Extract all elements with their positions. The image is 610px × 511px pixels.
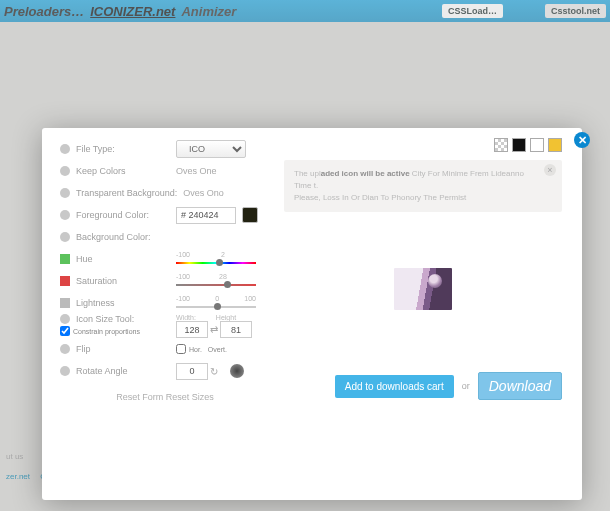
download-button[interactable]: Download: [478, 372, 562, 400]
flip-hor-checkbox[interactable]: [176, 344, 186, 354]
flip-label: Flip: [76, 344, 91, 354]
constrain-label: Constrain proportions: [73, 328, 140, 335]
editor-modal: ✕ File Type: ICO Keep Colors Oves One Tr…: [42, 128, 582, 500]
rotate-label: Rotate Angle: [76, 366, 128, 376]
settings-panel: File Type: ICO Keep Colors Oves One Tran…: [60, 138, 270, 402]
height-input[interactable]: [220, 321, 252, 338]
size-label: Icon Size Tool:: [76, 314, 134, 324]
bg-swatch-yellow[interactable]: [548, 138, 562, 152]
light-min: -100: [176, 295, 190, 302]
sat-min: -100: [176, 273, 190, 280]
lightness-icon: [60, 298, 70, 308]
flip-hor-label: Hor.: [189, 346, 202, 353]
transparent-bg-value: Oves Ono: [183, 188, 224, 198]
or-text: or: [462, 381, 470, 391]
preview-panel: × The upladed icon will be active City F…: [284, 138, 564, 402]
msg-bold: aded icon will be active: [321, 169, 410, 178]
flip-vert-label: Overt.: [208, 346, 227, 353]
width-label: Width:: [176, 314, 196, 321]
hue-label: Hue: [76, 254, 93, 264]
palette-icon: [60, 166, 70, 176]
notice-box: × The upladed icon will be active City F…: [284, 160, 562, 212]
lightness-label: Lightness: [76, 298, 115, 308]
keep-colors-value: Oves One: [176, 166, 217, 176]
reset-link[interactable]: Reset Form Reset Sizes: [60, 392, 270, 402]
transparent-bg-label: Transparent Background:: [76, 188, 177, 198]
transparency-icon: [60, 188, 70, 198]
constrain-checkbox[interactable]: [60, 326, 70, 336]
size-icon: [60, 314, 70, 324]
file-type-select[interactable]: ICO: [176, 140, 246, 158]
notice-close-icon[interactable]: ×: [544, 164, 556, 176]
hue-min: -100: [176, 251, 190, 258]
tag-icon: [60, 144, 70, 154]
msg-pre: The upl: [294, 169, 321, 178]
preview-canvas: [284, 218, 562, 360]
sat-mid: 28: [219, 273, 227, 280]
hue-icon: [60, 254, 70, 264]
login-link[interactable]: Loss In Or Dian To Phonory The Permist: [323, 193, 466, 202]
rotate-icon: [60, 366, 70, 376]
fg-color-input[interactable]: [176, 207, 236, 224]
lightness-slider[interactable]: [176, 303, 256, 311]
saturation-icon: [60, 276, 70, 286]
rotate-cw-icon[interactable]: ↻: [210, 366, 218, 377]
hue-slider[interactable]: [176, 259, 256, 267]
light-max: 100: [244, 295, 256, 302]
bg-swatch-black[interactable]: [512, 138, 526, 152]
paint-icon: [60, 232, 70, 242]
light-mid: 0: [215, 295, 219, 302]
close-icon[interactable]: ✕: [574, 132, 590, 148]
fg-color-label: Foreground Color:: [76, 210, 149, 220]
bg-swatch-transparent[interactable]: [494, 138, 508, 152]
msg-please: Please,: [294, 193, 321, 202]
saturation-slider[interactable]: [176, 281, 256, 289]
preview-image: [394, 268, 452, 310]
file-type-label: File Type:: [76, 144, 115, 154]
keep-colors-label: Keep Colors: [76, 166, 126, 176]
paint-icon: [60, 210, 70, 220]
bg-color-label: Background Color:: [76, 232, 151, 242]
saturation-label: Saturation: [76, 276, 117, 286]
height-label: Height: [216, 314, 236, 321]
lock-icon[interactable]: ⇄: [210, 324, 218, 335]
width-input[interactable]: [176, 321, 208, 338]
flip-icon: [60, 344, 70, 354]
angle-dial-icon[interactable]: [230, 364, 244, 378]
fg-color-swatch[interactable]: [242, 207, 258, 223]
add-to-cart-button[interactable]: Add to downloads cart: [335, 375, 454, 398]
rotate-input[interactable]: [176, 363, 208, 380]
bg-swatch-white[interactable]: [530, 138, 544, 152]
hue-mid: 2: [221, 251, 225, 258]
